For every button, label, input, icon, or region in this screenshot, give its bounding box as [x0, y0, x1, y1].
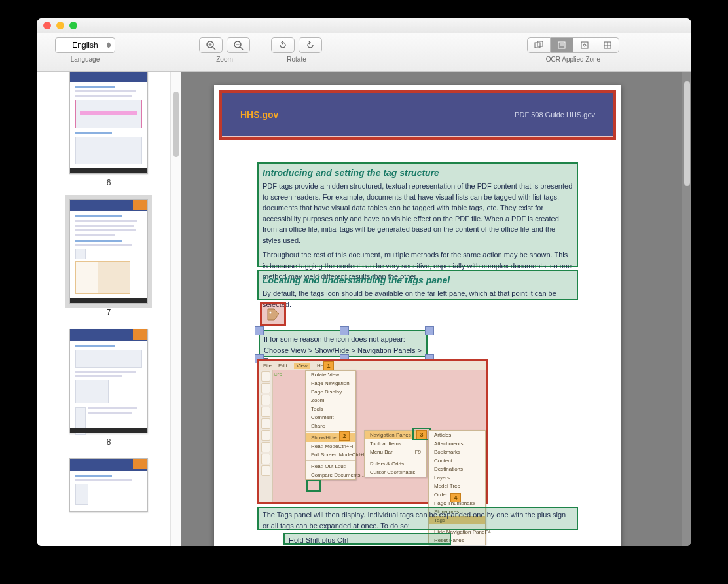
svg-marker-17	[268, 309, 279, 320]
mi-menubar: Menu BarF9	[365, 448, 426, 456]
zoom-window-button[interactable]	[69, 22, 77, 29]
acro-menu-edit: Edit	[278, 363, 287, 369]
acro-create: Cre	[274, 371, 282, 377]
compare-highlight	[306, 480, 321, 492]
language-dropdown[interactable]: English	[55, 37, 115, 53]
viewer-scrollbar[interactable]	[682, 72, 691, 546]
language-value: English	[72, 41, 98, 50]
edit-badge-icon	[133, 200, 147, 210]
zoom-out-icon	[233, 40, 244, 50]
zoom-out-button[interactable]	[227, 37, 250, 53]
acro-menu-file: File	[263, 363, 272, 369]
rotate-label: Rotate	[287, 56, 306, 63]
ocr-zone-label: OCR Applied Zone	[546, 56, 600, 63]
page-thumbnail-9[interactable]	[69, 458, 148, 512]
section2-title: Locating and understanding the tags pane…	[263, 272, 573, 288]
mi-comment: Comment	[306, 413, 355, 422]
mi-pagenav: Page Navigation	[306, 379, 355, 388]
resize-handle-ne[interactable]	[425, 326, 434, 335]
viewer-scroll-thumb[interactable]	[684, 81, 690, 186]
mi-modeltree: Model Tree	[429, 482, 485, 490]
zoom-in-button[interactable]	[199, 37, 223, 53]
page-viewer[interactable]: HHS.gov PDF 508 Guide HHS.gov Introducin…	[181, 72, 691, 546]
mi-layers: Layers	[429, 473, 485, 482]
titlebar	[37, 18, 691, 33]
ocr-zone-text[interactable]	[551, 37, 573, 53]
acro-side-tools	[259, 370, 273, 502]
svg-point-13	[583, 44, 586, 46]
svg-rect-9	[558, 42, 565, 48]
section2-para1: By default, the tags icon should be avai…	[263, 288, 573, 310]
mi-cursor: Cursor Coordinates	[365, 468, 426, 477]
page-thumbnail-6[interactable]	[69, 72, 148, 174]
section3-para1: The Tags panel will then display. Indivi…	[263, 509, 573, 531]
rotate-ccw-icon	[278, 40, 288, 50]
text-zone-icon	[556, 40, 567, 50]
rotate-cw-icon	[305, 40, 316, 50]
ocr-zone-acrobat[interactable]: File Edit View Help 1 Cre Rotate View P	[257, 359, 488, 504]
zoom-in-icon	[206, 40, 216, 50]
mi-zoom: Zoom	[306, 396, 355, 405]
ocr-zone-auto[interactable]	[527, 37, 551, 53]
mi-tools: Tools	[306, 405, 355, 413]
mi-readmode: Read ModeCtrl+H	[306, 442, 355, 450]
zoom-label: Zoom	[216, 56, 233, 63]
step-1: 1	[323, 361, 334, 371]
mi-fullscreen: Full Screen ModeCtrl+L	[306, 450, 355, 459]
page-number-8: 8	[107, 437, 111, 447]
ocr-zone-header[interactable]: HHS.gov PDF 508 Guide HHS.gov	[219, 90, 616, 140]
ocr-zone-image[interactable]	[573, 37, 596, 53]
section1-title: Introducing and setting the tag structur…	[263, 165, 573, 181]
close-window-button[interactable]	[43, 22, 51, 29]
sidebar-scrollbar[interactable]	[170, 72, 181, 546]
resize-handle-n[interactable]	[340, 326, 349, 335]
ocr-zone-segmented	[527, 37, 619, 53]
ocr-zone-table[interactable]	[596, 37, 619, 53]
ocr-zone-section1[interactable]: Introducing and setting the tag structur…	[257, 162, 578, 267]
doc-header-right: PDF 508 Guide HHS.gov	[515, 111, 595, 119]
mi-rulers: Rulers & Grids	[365, 460, 426, 468]
thumbnails-sidebar: 6	[37, 72, 181, 546]
section2-para2: If for some reason the icon does not app…	[264, 334, 422, 345]
page-number-7: 7	[107, 308, 111, 317]
tag-icon	[266, 307, 280, 321]
ocr-zone-section2[interactable]: Locating and understanding the tags pane…	[257, 270, 578, 300]
resize-handle-nw[interactable]	[255, 326, 264, 335]
minimize-window-button[interactable]	[56, 22, 64, 29]
ocr-zone-tagicon[interactable]	[260, 302, 286, 326]
auto-zone-icon	[534, 40, 544, 50]
svg-line-5	[240, 47, 243, 50]
mi-share: Share	[306, 422, 355, 430]
ocr-zone-section3b[interactable]: Hold Shift plus Ctrl	[283, 533, 451, 545]
mi-attachments: Attachments	[429, 439, 485, 448]
rotate-ccw-button[interactable]	[271, 37, 295, 53]
ocr-zone-section3[interactable]: The Tags panel will then display. Indivi…	[257, 507, 578, 530]
edit-badge-icon	[133, 329, 147, 340]
svg-line-1	[213, 47, 215, 50]
table-zone-icon	[602, 40, 613, 50]
mi-compare: Compare Documents...	[306, 471, 355, 479]
image-zone-icon	[579, 40, 590, 50]
section1-para1: PDF tags provide a hidden structured, te…	[263, 181, 573, 246]
mi-readout: Read Out Loud	[306, 462, 355, 471]
mi-content: Content	[429, 456, 485, 465]
mi-pagedisp: Page Display	[306, 388, 355, 396]
mi-articles: Articles	[429, 431, 485, 439]
app-window: English Language Zoom	[37, 18, 691, 546]
page-thumbnail-8[interactable]	[69, 329, 148, 433]
page-number-6: 6	[107, 178, 111, 187]
mi-dest: Destinations	[429, 465, 485, 473]
mi-rotate: Rotate View	[306, 371, 355, 379]
document-page: HHS.gov PDF 508 Guide HHS.gov Introducin…	[214, 85, 621, 546]
toolbar: English Language Zoom	[37, 33, 691, 72]
edit-badge-icon	[133, 459, 147, 469]
mi-bookmarks: Bookmarks	[429, 448, 485, 456]
page-thumbnail-7[interactable]	[69, 199, 148, 304]
acro-menu-view: View	[294, 363, 310, 369]
step-4: 4	[450, 493, 461, 502]
sidebar-scroll-thumb[interactable]	[173, 92, 179, 157]
svg-rect-12	[581, 42, 588, 48]
svg-point-18	[270, 312, 272, 314]
rotate-cw-button[interactable]	[299, 37, 322, 53]
doc-header-left: HHS.gov	[240, 109, 278, 120]
